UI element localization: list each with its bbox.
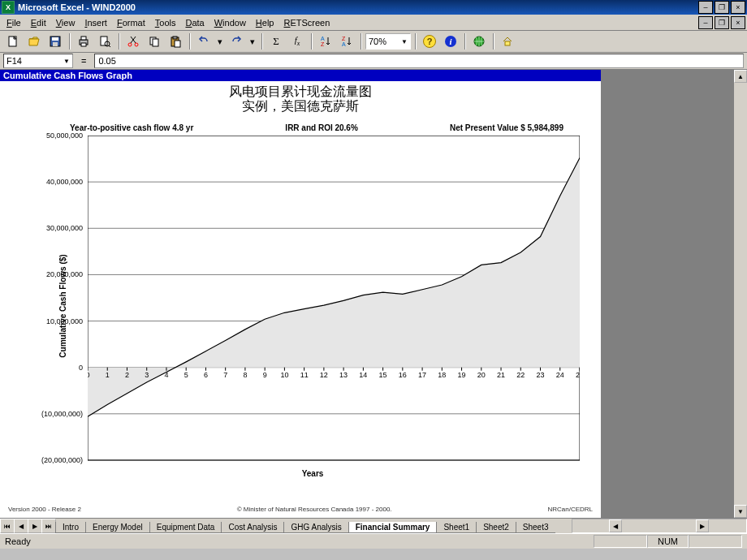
redo-button[interactable] [227, 32, 246, 51]
svg-text:23: 23 [537, 371, 545, 379]
home-button[interactable] [498, 32, 517, 51]
sort-desc-button[interactable]: ZA [337, 32, 356, 51]
svg-text:18: 18 [438, 371, 446, 379]
svg-text:21: 21 [497, 371, 505, 379]
menu-view[interactable]: View [51, 17, 80, 28]
paste-button[interactable] [166, 32, 185, 51]
sheet-section-header: Cumulative Cash Flows Graph [0, 70, 601, 81]
close-button[interactable]: × [731, 1, 745, 14]
y-tick: 20,000,000 [46, 270, 83, 278]
name-box[interactable]: F14▼ [3, 54, 73, 68]
formula-bar: F14▼ = 0.05 [0, 53, 747, 70]
menu-help[interactable]: Help [251, 17, 279, 28]
new-button[interactable] [3, 32, 23, 51]
y-tick: 30,000,000 [46, 224, 83, 232]
menu-retscreen[interactable]: RETScreen [279, 17, 335, 28]
tab-sheet3[interactable]: Sheet3 [516, 522, 555, 533]
tab-energy-model[interactable]: Energy Model [85, 522, 150, 533]
name-box-value: F14 [6, 56, 22, 66]
vertical-scrollbar[interactable]: ▲ ▼ [733, 70, 747, 518]
tab-first-button[interactable]: ⏮ [0, 519, 15, 533]
scroll-right-icon[interactable]: ▶ [696, 519, 709, 532]
menu-file[interactable]: File [2, 17, 26, 28]
y-tick: (20,000,000) [41, 456, 83, 464]
tab-next-button[interactable]: ▶ [28, 519, 42, 533]
minimize-button[interactable]: – [698, 1, 713, 14]
toolbar: ▾ ▾ Σ fx AZ ZA 70%▼ ? i [0, 31, 747, 53]
y-tick: 40,000,000 [46, 178, 83, 186]
tab-cost-analysis[interactable]: Cost Analysis [221, 522, 284, 533]
svg-point-12 [128, 43, 132, 46]
svg-rect-6 [81, 43, 86, 46]
tab-ghg-analysis[interactable]: GHG Analysis [283, 522, 348, 533]
menu-format[interactable]: Format [112, 17, 150, 28]
svg-text:22: 22 [516, 371, 525, 379]
zoom-value: 70% [369, 37, 386, 46]
print-button[interactable] [74, 32, 93, 51]
tab-financial-summary[interactable]: Financial Summary [348, 522, 438, 533]
equals-icon: = [76, 56, 91, 66]
footer-copyright: © Minister of Natural Resources Canada 1… [237, 506, 392, 513]
svg-rect-24 [505, 41, 510, 45]
scroll-down-icon[interactable]: ▼ [734, 505, 747, 518]
web-button[interactable] [469, 32, 489, 51]
undo-dropdown[interactable]: ▾ [215, 32, 225, 51]
status-cell-blank2 [689, 535, 742, 548]
svg-text:2: 2 [125, 371, 129, 379]
open-button[interactable] [24, 32, 44, 51]
tab-equipment-data[interactable]: Equipment Data [149, 522, 222, 533]
retscreen-info-button[interactable]: i [441, 32, 460, 51]
status-cell-blank1 [594, 535, 647, 548]
function-button[interactable]: fx [287, 32, 307, 51]
help-button[interactable]: ? [420, 32, 439, 51]
menu-window[interactable]: Window [209, 17, 251, 28]
autosum-button[interactable]: Σ [266, 32, 286, 51]
menu-data[interactable]: Data [180, 17, 209, 28]
print-preview-button[interactable] [95, 32, 114, 51]
scroll-up-icon[interactable]: ▲ [734, 70, 747, 83]
svg-rect-17 [173, 37, 177, 39]
formula-value[interactable]: 0.05 [94, 54, 744, 68]
svg-rect-7 [101, 37, 107, 45]
menu-edit[interactable]: Edit [26, 17, 51, 28]
svg-text:15: 15 [379, 371, 387, 379]
undo-button[interactable] [194, 32, 214, 51]
menu-tools[interactable]: Tools [150, 17, 181, 28]
sheet-tabs-bar: ⏮ ◀ ▶ ⏭ IntroEnergy ModelEquipment DataC… [0, 518, 747, 533]
save-button[interactable] [45, 32, 65, 51]
svg-text:16: 16 [399, 371, 407, 379]
chart-area: 风电项目累计现金流量图 实例，美国德克萨斯 Year-to-positive c… [0, 81, 601, 476]
child-window-controls: – ❐ × [697, 16, 745, 29]
horizontal-scrollbar[interactable]: ◀ ▶ [572, 519, 747, 533]
svg-text:19: 19 [458, 371, 466, 379]
tab-intro[interactable]: Intro [55, 522, 86, 533]
status-numlock: NUM [647, 535, 689, 548]
scroll-left-icon[interactable]: ◀ [609, 519, 622, 532]
x-axis-label: Years [45, 469, 580, 478]
svg-text:0: 0 [88, 371, 90, 379]
chart-info-row: Year-to-positive cash flow 4.8 yr IRR an… [70, 123, 563, 132]
child-close-button[interactable]: × [731, 16, 745, 29]
redo-dropdown[interactable]: ▾ [248, 32, 257, 51]
menu-insert[interactable]: Insert [80, 17, 112, 28]
cut-button[interactable] [123, 32, 143, 51]
restore-button[interactable]: ❐ [715, 1, 729, 14]
svg-rect-18 [175, 41, 180, 47]
svg-rect-3 [53, 42, 58, 46]
child-minimize-button[interactable]: – [698, 16, 713, 29]
footer-org: NRCan/CEDRL [547, 506, 593, 513]
formula-text: 0.05 [98, 56, 115, 66]
copy-button[interactable] [145, 32, 164, 51]
tab-sheet2[interactable]: Sheet2 [476, 522, 516, 533]
window-title: Microsoft Excel - WIND2000 [18, 2, 136, 12]
zoom-select[interactable]: 70%▼ [365, 33, 411, 50]
sort-asc-button[interactable]: AZ [316, 32, 335, 51]
svg-rect-5 [81, 37, 86, 40]
tab-last-button[interactable]: ⏭ [41, 519, 56, 533]
tab-prev-button[interactable]: ◀ [14, 519, 28, 533]
workspace: Cumulative Cash Flows Graph 风电项目累计现金流量图 … [0, 70, 747, 518]
svg-text:20: 20 [477, 371, 486, 379]
tab-sheet1[interactable]: Sheet1 [436, 522, 477, 533]
svg-text:7: 7 [223, 371, 227, 379]
child-restore-button[interactable]: ❐ [715, 16, 729, 29]
